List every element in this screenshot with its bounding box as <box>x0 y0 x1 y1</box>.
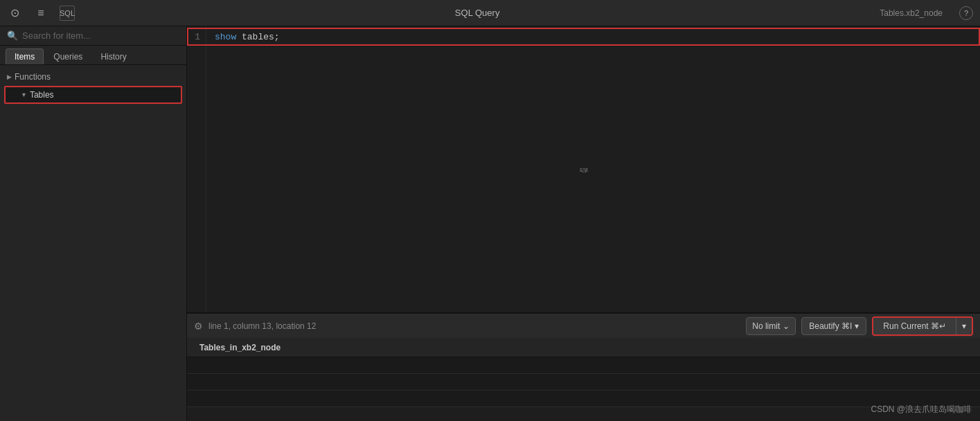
result-row-1 <box>187 357 980 374</box>
tables-item[interactable]: ▼ Tables <box>4 86 182 104</box>
main-layout: 🔍 Items Queries History ▶ Functions ▼ Ta… <box>0 26 980 421</box>
tab-row: Items Queries History <box>0 46 186 65</box>
query-highlight-box <box>187 28 980 46</box>
beautify-label: Beautify ⌘I <box>809 321 852 331</box>
right-title: Tables.xb2_node <box>880 8 948 18</box>
results-column-header: Tables_in_xb2_node <box>194 340 286 355</box>
right-panel: 1 show tables; ⎃ ⚙ line 1, column 13, lo… <box>187 26 980 421</box>
tables-item-label: Tables <box>30 90 54 100</box>
tab-items[interactable]: Items <box>6 48 44 64</box>
triangle-functions-icon: ▶ <box>7 73 12 80</box>
bottom-bar: ⚙ line 1, column 13, location 12 No limi… <box>187 313 980 338</box>
limit-label: No limit <box>752 321 780 331</box>
help-button[interactable]: ? <box>959 6 973 20</box>
code-keyword: show <box>215 32 236 42</box>
section-functions-label: Functions <box>15 72 51 82</box>
results-panel: Tables_in_xb2_node <box>187 338 980 421</box>
status-text: line 1, column 13, location 12 <box>208 321 316 331</box>
line-number-1: 1 <box>195 32 200 42</box>
tab-history[interactable]: History <box>92 48 134 64</box>
result-row-3 <box>187 391 980 407</box>
toolbar-icon-circle[interactable]: ⊙ <box>7 6 22 21</box>
search-input[interactable] <box>22 30 179 41</box>
results-header: Tables_in_xb2_node <box>187 338 980 357</box>
toolbar-icon-sql[interactable]: SQL <box>60 6 75 21</box>
sidebar: 🔍 Items Queries History ▶ Functions ▼ Ta… <box>0 26 187 421</box>
gear-icon: ⚙ <box>194 321 203 332</box>
run-current-button[interactable]: Run Current ⌘↵ <box>873 318 956 334</box>
run-dropdown-button[interactable]: ▾ <box>956 318 972 334</box>
sidebar-section-functions: ▶ Functions ▼ Tables <box>0 65 186 109</box>
triangle-tables-icon: ▼ <box>21 91 27 98</box>
line-numbers: 1 <box>187 26 206 312</box>
toolbar: ⊙ ≡ SQL SQL Query Tables.xb2_node ? <box>0 0 980 26</box>
code-area[interactable]: show tables; <box>206 26 980 312</box>
search-bar: 🔍 <box>0 26 186 46</box>
limit-chevron-icon: ⌄ <box>783 321 790 331</box>
search-icon: 🔍 <box>7 30 18 41</box>
results-rows <box>187 357 980 407</box>
beautify-chevron-icon: ▾ <box>855 321 859 331</box>
result-row-2 <box>187 374 980 391</box>
text-cursor: ⎃ <box>580 161 588 177</box>
center-title: SQL Query <box>86 8 868 18</box>
sql-editor[interactable]: 1 show tables; ⎃ <box>187 26 980 313</box>
limit-select[interactable]: No limit ⌄ <box>746 317 796 335</box>
section-functions[interactable]: ▶ Functions <box>0 69 186 84</box>
tab-queries[interactable]: Queries <box>45 48 91 64</box>
beautify-button[interactable]: Beautify ⌘I ▾ <box>801 317 866 335</box>
toolbar-icon-db[interactable]: ≡ <box>33 6 48 21</box>
watermark: CSDN @浪去爪哇岛喝咖啡 <box>871 404 972 415</box>
code-text: tables; <box>236 32 279 42</box>
run-button-group: Run Current ⌘↵ ▾ <box>872 316 973 336</box>
